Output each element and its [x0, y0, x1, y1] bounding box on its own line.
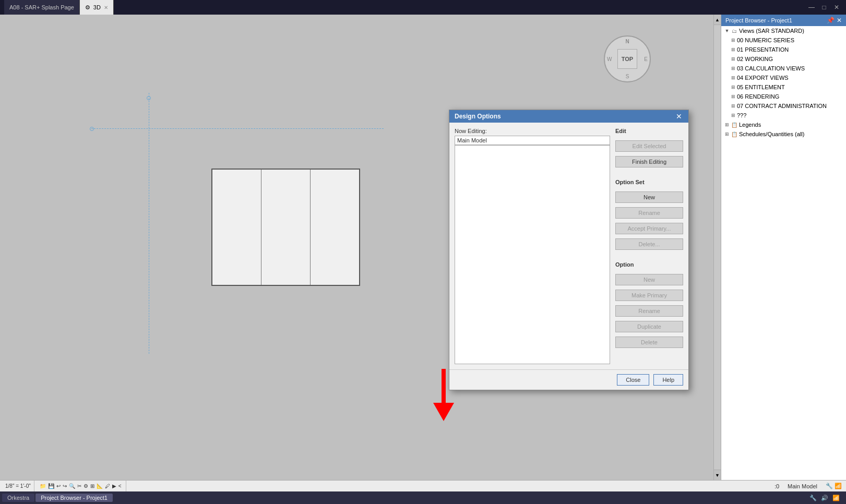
crosshair-horizontal — [91, 128, 384, 129]
tab-orkestra[interactable]: Orkestra — [2, 494, 34, 502]
expand-legends: ⊞ — [723, 121, 731, 128]
tab-a08[interactable]: A08 - SAR+ Splash Page — [4, 0, 80, 15]
expand-schedules: ⊞ — [723, 130, 731, 138]
edit-section-label: Edit — [615, 128, 683, 134]
project-browser-title: Project Browser - Project1 — [725, 17, 792, 23]
tree-item-calc[interactable]: ⊞ 03 CALCULATION VIEWS — [721, 64, 846, 73]
scroll-track — [714, 25, 721, 470]
option-rename-button[interactable]: Rename — [615, 305, 683, 317]
undo-icon[interactable]: ↩ — [56, 483, 61, 489]
expand-export: ⊞ — [730, 74, 737, 81]
project-browser-pin[interactable]: 📌 — [827, 17, 835, 24]
toolbar-icons: 📁 💾 ↩ ↪ 🔍 ✂ ⚙ ⊞ 📐 🖊 ▶ < — [35, 481, 126, 491]
cut-icon[interactable]: ✂ — [77, 483, 81, 489]
bottom-right-icons: 🔧 🔊 📶 — [809, 495, 844, 501]
play-icon[interactable]: ▶ — [112, 483, 116, 489]
table-col-2 — [261, 170, 311, 285]
status-icons-right: 🔧 📶 — [824, 483, 844, 489]
project-browser: Project Browser - Project1 📌 ✕ ▼ 🗂 Views… — [721, 15, 846, 480]
crosshair-dot-left — [90, 127, 94, 131]
option-set-section-label: Option Set — [615, 179, 683, 185]
now-editing-label: Now Editing: — [455, 128, 610, 134]
tree-expand-icon: ▼ — [723, 27, 731, 34]
tree-item-entitlement[interactable]: ⊞ 05 ENTITLEMENT — [721, 82, 846, 92]
status-bar: 1/8" = 1'-0" 📁 💾 ↩ ↪ 🔍 ✂ ⚙ ⊞ 📐 🖊 ▶ < :0 … — [0, 480, 846, 491]
expand-contract: ⊞ — [730, 102, 737, 110]
now-editing-input[interactable] — [455, 136, 610, 145]
canvas-scrollbar[interactable]: ▲ ▼ — [713, 15, 721, 480]
table-shape — [211, 169, 360, 286]
dialog-close-button[interactable]: ✕ — [675, 113, 683, 120]
table-col-1 — [212, 170, 261, 285]
project-browser-title-bar: Project Browser - Project1 📌 ✕ — [721, 15, 846, 26]
option-set-accept-primary-button[interactable]: Accept Primary... — [615, 223, 683, 234]
tree-root-views[interactable]: ▼ 🗂 Views (SAR STANDARD) — [721, 26, 846, 35]
expand-numeric: ⊞ — [730, 37, 737, 44]
grid-icon[interactable]: ⊞ — [90, 483, 94, 489]
close-button[interactable]: Close — [617, 374, 649, 386]
bottom-icon-2[interactable]: 🔊 — [821, 495, 828, 501]
expand-icon[interactable]: < — [118, 483, 122, 489]
option-set-rename-button[interactable]: Rename — [615, 207, 683, 219]
tab-3d[interactable]: ⚙ 3D ✕ — [80, 0, 114, 15]
expand-unknown: ⊞ — [730, 112, 737, 119]
save-icon[interactable]: 💾 — [48, 483, 54, 489]
compass-south: S — [626, 74, 629, 79]
tree-item-export[interactable]: ⊞ 04 EXPORT VIEWS — [721, 73, 846, 82]
crosshair-vertical — [149, 93, 149, 354]
minimize-btn[interactable]: — — [806, 2, 817, 13]
search-icon[interactable]: 🔍 — [69, 483, 75, 489]
bottom-icon-3[interactable]: 📶 — [832, 495, 840, 501]
compass-west: W — [607, 56, 612, 62]
tree-item-presentation[interactable]: ⊞ 01 PRESENTATION — [721, 45, 846, 54]
expand-presentation: ⊞ — [730, 46, 737, 53]
bottom-bar: Orkestra Project Browser - Project1 🔧 🔊 … — [0, 491, 846, 504]
tree-item-schedules[interactable]: ⊞ 📋 Schedules/Quantities (all) — [721, 129, 846, 139]
maximize-btn[interactable]: □ — [819, 2, 829, 13]
compass-center-label: TOP — [617, 49, 637, 69]
expand-working: ⊞ — [730, 55, 737, 63]
legends-icon: 📋 — [731, 121, 738, 128]
pen-icon[interactable]: 🖊 — [105, 483, 110, 489]
option-make-primary-button[interactable]: Make Primary — [615, 290, 683, 301]
option-set-delete-button[interactable]: Delete... — [615, 238, 683, 250]
tree-item-working[interactable]: ⊞ 02 WORKING — [721, 54, 846, 64]
tab-area: A08 - SAR+ Splash Page ⚙ 3D ✕ — [4, 0, 114, 15]
tree-item-rendering[interactable]: ⊞ 06 RENDERING — [721, 92, 846, 101]
open-icon[interactable]: 📁 — [40, 483, 46, 489]
title-bar-controls: — □ ✕ — [806, 2, 842, 13]
settings-icon[interactable]: ⚙ — [84, 483, 88, 489]
compass-north: N — [625, 39, 629, 44]
option-set-new-button[interactable]: New — [615, 191, 683, 203]
option-duplicate-button[interactable]: Duplicate — [615, 321, 683, 332]
help-button[interactable]: Help — [653, 374, 683, 386]
tree-item-contract[interactable]: ⊞ 07 CONTRACT ADMINISTRATION — [721, 101, 846, 111]
finish-editing-button[interactable]: Finish Editing — [615, 156, 683, 167]
redo-icon[interactable]: ↪ — [63, 483, 67, 489]
scroll-down-btn[interactable]: ▼ — [714, 470, 721, 480]
design-options-dialog: Design Options ✕ Now Editing: Edit Edit … — [449, 110, 689, 390]
compass-east: E — [644, 56, 648, 62]
project-browser-close[interactable]: ✕ — [837, 17, 842, 24]
edit-selected-button[interactable]: Edit Selected — [615, 140, 683, 152]
tree-item-legends[interactable]: ⊞ 📋 Legends — [721, 120, 846, 129]
measure-icon[interactable]: 📐 — [97, 483, 103, 489]
tab-3d-close[interactable]: ✕ — [104, 5, 108, 10]
crosshair-dot-top — [147, 96, 151, 100]
bottom-icon-1[interactable]: 🔧 — [809, 495, 817, 501]
options-list-box[interactable] — [455, 145, 610, 364]
tree-item-numeric[interactable]: ⊞ 00 NUMERIC SERIES — [721, 35, 846, 45]
option-new-button[interactable]: New — [615, 274, 683, 285]
close-btn[interactable]: ✕ — [831, 2, 842, 13]
scroll-up-btn[interactable]: ▲ — [714, 15, 721, 25]
tab-project-browser[interactable]: Project Browser - Project1 — [35, 494, 113, 502]
option-delete-button[interactable]: Delete — [615, 337, 683, 348]
dialog-title: Design Options — [455, 113, 501, 120]
model-name-status: Main Model — [785, 483, 819, 489]
expand-entitlement: ⊞ — [730, 83, 737, 91]
tab-a08-label: A08 - SAR+ Splash Page — [9, 4, 74, 10]
dialog-footer: Close Help — [449, 369, 688, 390]
tree-item-unknown[interactable]: ⊞ ??? — [721, 111, 846, 120]
scale-indicator: 1/8" = 1'-0" — [2, 481, 34, 491]
schedules-icon: 📋 — [731, 130, 738, 138]
